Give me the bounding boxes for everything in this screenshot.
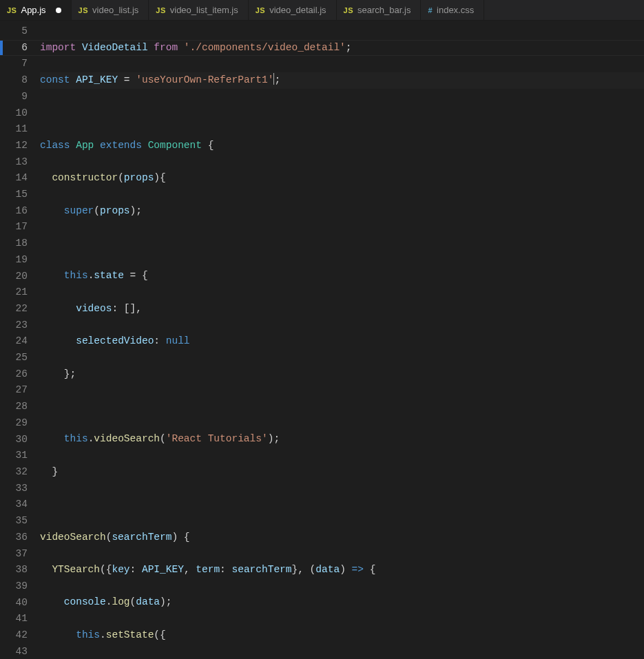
tab-app-js[interactable]: JS App.js [0, 0, 72, 20]
line-number: 6 [0, 40, 28, 56]
code-line [40, 399, 644, 415]
line-number: 15 [0, 187, 28, 203]
line-number: 9 [0, 89, 28, 105]
line-number: 35 [0, 513, 28, 530]
line-number: 41 [0, 611, 28, 627]
code-line: YTSearch({key: API_KEY, term: searchTerm… [40, 562, 644, 578]
code-line: this.videoSearch('React Tutorials'); [40, 431, 644, 448]
line-number: 27 [0, 382, 28, 399]
line-number: 7 [0, 56, 28, 72]
js-icon: JS [79, 6, 88, 14]
dirty-dot-icon [56, 8, 61, 13]
line-number: 5 [0, 23, 28, 40]
code-line: videoSearch(searchTerm) { [40, 530, 644, 546]
js-icon: JS [7, 6, 17, 14]
tab-label: App.js [21, 5, 45, 15]
tab-index-css[interactable]: # index.css [421, 0, 484, 20]
line-marker [0, 40, 3, 56]
code-line: }; [40, 366, 644, 383]
line-number: 12 [0, 138, 28, 154]
line-number: 18 [0, 236, 28, 252]
line-number: 33 [0, 481, 28, 497]
line-number: 25 [0, 350, 28, 366]
tab-label: search_bar.js [357, 5, 411, 15]
code-line: console.log(data); [40, 594, 644, 611]
code-line [40, 105, 644, 121]
line-number: 10 [0, 105, 28, 122]
line-number: 42 [0, 627, 28, 644]
line-number: 34 [0, 496, 28, 513]
line-number: 21 [0, 284, 28, 301]
line-number: 23 [0, 317, 28, 334]
code-line: class App extends Component { [40, 138, 644, 154]
tab-search-bar-js[interactable]: JS search_bar.js [337, 0, 422, 20]
line-number: 38 [0, 562, 28, 578]
line-number: 22 [0, 301, 28, 317]
line-number: 28 [0, 399, 28, 415]
code-line: import VideoDetail from './components/vi… [40, 40, 644, 56]
code-line [40, 236, 644, 252]
line-number: 43 [0, 644, 28, 659]
code-area[interactable]: import VideoDetail from './components/vi… [40, 21, 644, 659]
code-editor[interactable]: 5678910111213141516171819202122232425262… [0, 21, 644, 659]
line-number: 17 [0, 219, 28, 236]
line-number: 24 [0, 333, 28, 350]
code-line: this.state = { [40, 268, 644, 284]
code-line [40, 496, 644, 513]
line-number: 8 [0, 72, 28, 89]
code-line: selectedVideo: null [40, 333, 644, 350]
line-number: 11 [0, 121, 28, 138]
code-line: super(props); [40, 203, 644, 220]
tab-bar: JS App.js JS video_list.js JS video_list… [0, 0, 644, 21]
line-number: 36 [0, 530, 28, 546]
line-number: 20 [0, 269, 28, 285]
line-number: 37 [0, 546, 28, 563]
hash-icon: # [428, 6, 433, 14]
line-number: 31 [0, 448, 28, 464]
code-line: const API_KEY = 'useYourOwn-ReferPart1'; [40, 72, 644, 89]
line-number: 16 [0, 203, 28, 220]
line-number: 29 [0, 415, 28, 432]
line-number: 26 [0, 366, 28, 383]
tab-label: video_list_item.js [170, 5, 238, 15]
line-number: 39 [0, 578, 28, 595]
tab-video-detail-js[interactable]: JS video_detail.js [249, 0, 337, 20]
tab-video-list-js[interactable]: JS video_list.js [72, 0, 149, 20]
line-number: 30 [0, 432, 28, 448]
line-number: 32 [0, 464, 28, 481]
js-icon: JS [344, 6, 353, 14]
line-number: 14 [0, 170, 28, 187]
tab-label: video_detail.js [269, 5, 326, 15]
code-line: this.setState({ [40, 627, 644, 644]
js-icon: JS [156, 6, 165, 14]
code-line: constructor(props){ [40, 170, 644, 187]
js-icon: JS [256, 6, 265, 14]
code-line: videos: [], [40, 301, 644, 317]
line-number: 40 [0, 595, 28, 611]
tab-label: index.css [437, 5, 474, 15]
line-number-gutter: 5678910111213141516171819202122232425262… [0, 21, 40, 659]
line-number: 19 [0, 252, 28, 269]
tab-label: video_list.js [92, 5, 138, 15]
code-line: } [40, 464, 644, 481]
line-number: 13 [0, 154, 28, 171]
tab-video-list-item-js[interactable]: JS video_list_item.js [149, 0, 248, 20]
